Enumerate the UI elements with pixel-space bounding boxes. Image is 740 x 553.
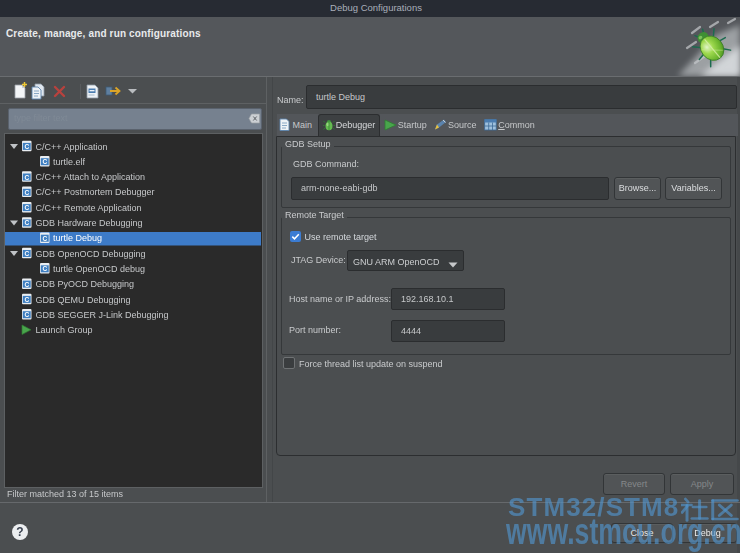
- svg-text:turtle.elf: turtle.elf: [53, 157, 86, 167]
- svg-text:C/C++ Application: C/C++ Application: [36, 142, 108, 152]
- svg-text:GDB PyOCD Debugging: GDB PyOCD Debugging: [36, 279, 135, 289]
- svg-text:turtle Debug: turtle Debug: [53, 233, 102, 243]
- svg-text:GDB QEMU Debugging: GDB QEMU Debugging: [36, 295, 131, 305]
- svg-text:C/C++ Postmortem Debugger: C/C++ Postmortem Debugger: [36, 187, 155, 197]
- svg-text:Launch Group: Launch Group: [36, 325, 93, 335]
- svg-text:GDB SEGGER J-Link Debugging: GDB SEGGER J-Link Debugging: [36, 310, 169, 320]
- svg-text:turtle OpenOCD debug: turtle OpenOCD debug: [53, 264, 145, 274]
- svg-text:GDB OpenOCD Debugging: GDB OpenOCD Debugging: [36, 249, 146, 259]
- svg-text:C/C++ Remote Application: C/C++ Remote Application: [36, 203, 142, 213]
- svg-text:C/C++ Attach to Application: C/C++ Attach to Application: [36, 172, 146, 182]
- svg-text:GDB Hardware Debugging: GDB Hardware Debugging: [36, 218, 143, 228]
